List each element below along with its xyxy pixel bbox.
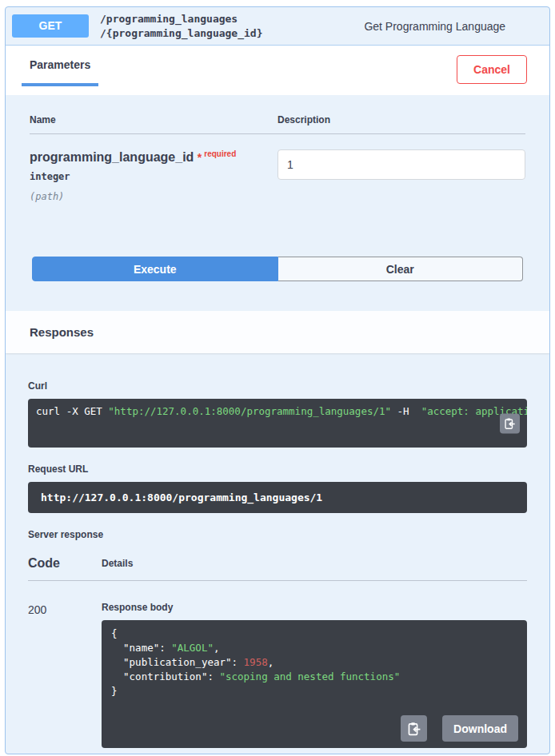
server-response-table: Code Details 200 Response body { "name":… (28, 556, 527, 754)
parameter-name: programming_language_id (30, 150, 194, 164)
request-url-label: Request URL (28, 464, 527, 475)
copy-to-clipboard-button[interactable] (500, 413, 520, 433)
operation-summary[interactable]: GET /programming_languages /{programming… (6, 7, 549, 46)
http-method-badge: GET (12, 14, 89, 38)
parameter-value-column (278, 149, 525, 202)
parameters-section: Name Description programming_language_id… (6, 95, 549, 202)
response-body-label: Response body (102, 602, 527, 613)
response-details-cell: Response body { "name": "ALGOL", "public… (102, 594, 527, 754)
server-response-label: Server response (28, 529, 527, 540)
tab-bar: Parameters Cancel (6, 46, 549, 95)
server-response-row: 200 Response body { "name": "ALGOL", "pu… (28, 581, 527, 754)
name-column-header: Name (30, 114, 278, 125)
download-button[interactable]: Download (442, 715, 518, 742)
json-line-contribution: "contribution": "scoping and nested func… (111, 670, 517, 684)
parameter-meta: programming_language_id *required intege… (30, 149, 278, 202)
execute-button-group: Execute Clear (32, 257, 523, 281)
operation-path-line2: /{programming_language_id} (100, 26, 263, 41)
request-url-block: http://127.0.0.1:8000/programming_langua… (28, 482, 527, 513)
tab-parameters[interactable]: Parameters (22, 58, 98, 86)
parameter-value-input[interactable] (278, 149, 525, 180)
json-open-brace: { (111, 627, 517, 641)
cancel-button[interactable]: Cancel (457, 55, 527, 84)
parameters-table-header: Name Description (30, 114, 525, 134)
json-line-publication-year: "publication_year": 1958, (111, 655, 517, 670)
details-column-header: Details (102, 558, 133, 571)
status-code: 200 (28, 594, 102, 754)
execute-button[interactable]: Execute (32, 257, 278, 281)
response-body-block: { "name": "ALGOL", "publication_year": 1… (102, 620, 527, 748)
required-asterisk: * (198, 151, 202, 164)
operation-title: Get Programming Language (263, 20, 544, 33)
clipboard-icon (407, 722, 421, 736)
curl-flag-plain: -H (391, 405, 421, 417)
response-body-actions: Download (401, 715, 518, 742)
copy-to-clipboard-button[interactable] (401, 715, 427, 742)
clipboard-icon (504, 417, 516, 429)
parameter-type: integer (30, 171, 278, 182)
description-column-header: Description (278, 114, 525, 125)
operation-path-line1: /programming_languages (100, 12, 263, 26)
parameter-row: programming_language_id *required intege… (30, 134, 525, 202)
responses-section-header: Responses (6, 311, 549, 353)
parameter-location: (path) (30, 191, 278, 202)
parameter-name-line: programming_language_id *required (30, 149, 278, 165)
responses-content: Curl curl -X GET "http://127.0.0.1:8000/… (6, 353, 549, 754)
clear-button[interactable]: Clear (278, 257, 524, 281)
code-column-header: Code (28, 556, 102, 571)
json-line-name: "name": "ALGOL", (111, 641, 517, 655)
curl-url-string: "http://127.0.0.1:8000/programming_langu… (108, 405, 391, 417)
tab-parameters-label: Parameters (30, 58, 90, 71)
curl-text-plain: curl -X GET (36, 405, 108, 417)
operation-path: /programming_languages /{programming_lan… (100, 12, 263, 40)
operation-panel: GET /programming_languages /{programming… (5, 6, 550, 754)
required-label: required (204, 149, 236, 158)
curl-command-block: curl -X GET "http://127.0.0.1:8000/progr… (28, 399, 527, 448)
server-response-table-header: Code Details (28, 556, 527, 581)
responses-title: Responses (30, 325, 94, 339)
json-close-brace: } (111, 684, 517, 698)
curl-label: Curl (28, 380, 527, 392)
